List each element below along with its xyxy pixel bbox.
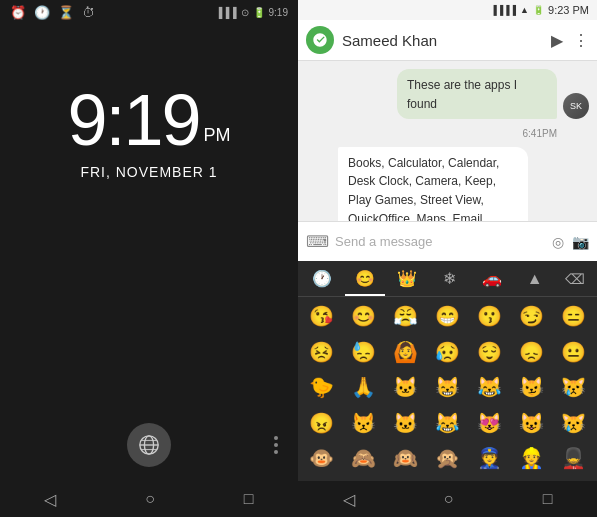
clock-icon: 🕐 (34, 5, 50, 20)
time-row: 9:19 PM (67, 84, 230, 156)
emoji-cell[interactable]: 😼 (511, 372, 551, 402)
contact-name: Sameed Khan (342, 32, 543, 49)
emoji-grid: 😘 😊 😤 😁 😗 😏 😑 😣 😓 🙆 😥 😌 😞 😐 🐤 🙏 🐱 😸 😹 😼 … (298, 297, 597, 481)
emoji-cell[interactable]: 😺 (511, 408, 551, 438)
location-icon[interactable]: ◎ (552, 234, 564, 250)
lock-screen: ⏰ 🕐 ⏳ ⏱ ▐▐▐ ⊙ 🔋 9:19 9:19 PM FRI, NOVEMB… (0, 0, 298, 517)
emoji-cell[interactable]: 🐵 (302, 443, 342, 473)
right-home-button[interactable]: ○ (444, 490, 454, 508)
hourglass-icon: ⏳ (58, 5, 74, 20)
emoji-cell[interactable]: 😣 (302, 337, 342, 367)
emoji-cell[interactable]: 😥 (428, 337, 468, 367)
left-clock-status: 9:19 (269, 7, 288, 18)
dot2 (274, 443, 278, 447)
emoji-delete-button[interactable]: ⌫ (557, 261, 593, 296)
emoji-cell[interactable]: 🙉 (386, 443, 426, 473)
home-button[interactable]: ○ (145, 490, 155, 508)
hangouts-app-icon (306, 26, 334, 54)
message-input[interactable]: Send a message (335, 234, 546, 249)
emoji-tab-smileys[interactable]: 😊 (345, 261, 386, 296)
more-options-icon[interactable]: ⋮ (573, 31, 589, 50)
right-signal-icon: ▐▐▐▐ (491, 5, 517, 15)
user-avatar-img: SK (563, 93, 589, 119)
right-nav-bar: ◁ ○ □ (298, 481, 597, 517)
emoji-cell[interactable]: 😿 (553, 372, 593, 402)
emoji-cell[interactable]: 😁 (428, 301, 468, 331)
lock-am-pm: PM (204, 125, 231, 146)
dot3 (274, 450, 278, 454)
right-status-bar: ▐▐▐▐ ▲ 🔋 9:23 PM (298, 0, 597, 20)
chat-body: These are the apps I found SK 6:41PM SK … (298, 61, 597, 221)
alarm-icon: ⏰ (10, 5, 26, 20)
emoji-cell[interactable]: 🐤 (302, 372, 342, 402)
left-wifi-icon: ⊙ (241, 7, 249, 18)
right-back-button[interactable]: ◁ (343, 490, 355, 509)
globe-icon (138, 434, 160, 456)
overflow-menu[interactable] (274, 436, 278, 454)
stopwatch-icon: ⏱ (82, 5, 95, 20)
emoji-tab-nature[interactable]: ❄ (430, 261, 471, 296)
right-time-display: 9:23 PM (548, 4, 589, 16)
emoji-cell[interactable]: 😐 (553, 337, 593, 367)
hangouts-screen: ▐▐▐▐ ▲ 🔋 9:23 PM Sameed Khan ▶ ⋮ These a… (298, 0, 597, 517)
emoji-cell[interactable]: 😓 (344, 337, 384, 367)
emoji-cell[interactable]: 😹 (428, 408, 468, 438)
emoji-tab-hats[interactable]: 👑 (387, 261, 428, 296)
emoji-cell[interactable]: 😞 (511, 337, 551, 367)
emoji-cell[interactable]: 🐱 (386, 408, 426, 438)
emoji-cell[interactable]: 😸 (428, 372, 468, 402)
left-status-bar: ⏰ 🕐 ⏳ ⏱ ▐▐▐ ⊙ 🔋 9:19 (0, 0, 298, 24)
emoji-cell[interactable]: 😿 (553, 408, 593, 438)
recents-button[interactable]: □ (244, 490, 254, 508)
back-button[interactable]: ◁ (44, 490, 56, 509)
emoji-tab-recent[interactable]: 🕐 (302, 261, 343, 296)
emoji-cell[interactable]: 🙏 (344, 372, 384, 402)
emoji-cell[interactable]: 😌 (469, 337, 509, 367)
header-actions: ▶ ⋮ (551, 31, 589, 50)
emoji-cell[interactable]: 🐱 (386, 372, 426, 402)
keyboard-icon[interactable]: ⌨ (306, 232, 329, 251)
emoji-tab-shapes[interactable]: ▲ (515, 261, 556, 296)
camera-icon[interactable]: 📷 (572, 234, 589, 250)
emoji-cell[interactable]: 😗 (469, 301, 509, 331)
notification-icons: ⏰ 🕐 ⏳ ⏱ (10, 5, 95, 20)
left-nav-bar: ◁ ○ □ (0, 481, 298, 517)
globe-button[interactable] (127, 423, 171, 467)
emoji-cell[interactable]: 😏 (511, 301, 551, 331)
chat-header: Sameed Khan ▶ ⋮ (298, 20, 597, 61)
right-time: 6:41PM (306, 123, 557, 141)
emoji-cell[interactable]: 🙈 (344, 443, 384, 473)
left-battery-icon: 🔋 (253, 7, 265, 18)
video-call-icon[interactable]: ▶ (551, 31, 563, 50)
emoji-cell[interactable]: 😤 (386, 301, 426, 331)
emoji-cell[interactable]: 😻 (469, 408, 509, 438)
bubble-right: These are the apps I found (397, 69, 557, 119)
emoji-cell[interactable]: 💂 (553, 443, 593, 473)
emoji-cell[interactable]: 👷 (511, 443, 551, 473)
right-battery-icon: 🔋 (533, 5, 544, 15)
right-recents-button[interactable]: □ (543, 490, 553, 508)
message-right: These are the apps I found SK (306, 69, 589, 119)
emoji-tab-travel[interactable]: 🚗 (472, 261, 513, 296)
hangouts-logo (312, 32, 328, 48)
emoji-cell[interactable]: 🙊 (428, 443, 468, 473)
message-left: SK Books, Calculator, Calendar, Desk Clo… (306, 147, 589, 221)
emoji-cell[interactable]: 🙆 (386, 337, 426, 367)
chat-input-bar: ⌨ Send a message ◎ 📷 (298, 221, 597, 261)
left-status-right: ▐▐▐ ⊙ 🔋 9:19 (215, 7, 288, 18)
emoji-cell[interactable]: 😊 (344, 301, 384, 331)
dot1 (274, 436, 278, 440)
emoji-cell[interactable]: 👮 (469, 443, 509, 473)
left-signal-icon: ▐▐▐ (215, 7, 236, 18)
message-text-left: Books, Calculator, Calendar, Desk Clock,… (348, 156, 499, 221)
emoji-cell[interactable]: 😘 (302, 301, 342, 331)
right-bubble-container: These are the apps I found (397, 69, 557, 119)
user-avatar: SK (563, 93, 589, 119)
bubble-left: Books, Calculator, Calendar, Desk Clock,… (338, 147, 528, 221)
emoji-cell[interactable]: 😠 (302, 408, 342, 438)
emoji-cell[interactable]: 😑 (553, 301, 593, 331)
left-bubble-container: Books, Calculator, Calendar, Desk Clock,… (338, 147, 528, 221)
emoji-cell[interactable]: 😹 (469, 372, 509, 402)
lock-date-display: FRI, NOVEMBER 1 (80, 164, 217, 180)
emoji-cell[interactable]: 😾 (344, 408, 384, 438)
